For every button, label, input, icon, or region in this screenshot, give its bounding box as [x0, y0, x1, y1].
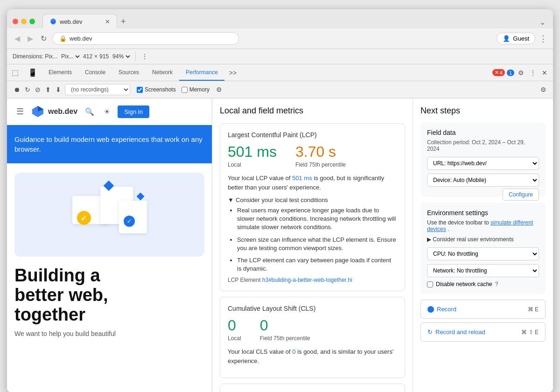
perf-checkboxes: Screenshots Memory ⚙ — [137, 85, 223, 94]
separator — [135, 52, 136, 61]
tab-performance[interactable]: Performance — [179, 65, 224, 81]
tab-elements[interactable]: Elements — [42, 65, 78, 81]
reload-record-icon: ↻ — [427, 329, 433, 336]
site-menu-icon[interactable]: ☰ — [14, 105, 26, 118]
record-dot-icon — [427, 306, 434, 313]
illus-diamond-2 — [136, 193, 144, 201]
lcp-values: 501 ms Local 3.70 s Field 75th percentil… — [228, 143, 397, 168]
dimensions-width: 412 — [83, 53, 92, 60]
network-select[interactable]: Network: No throttling — [427, 264, 539, 277]
lcp-element-link[interactable]: h3#building-a-better-web-together.hi — [262, 277, 352, 283]
clear-button[interactable]: ⊘ — [34, 85, 42, 94]
consider-arrow: ▼ — [228, 196, 234, 203]
guest-label: Guest — [513, 35, 529, 42]
cls-field-block: 0 Field 75th percentile — [260, 317, 310, 342]
tab-expand-icon[interactable]: ⌄ — [538, 16, 547, 28]
back-button[interactable]: ◀ — [13, 33, 22, 44]
maximize-button[interactable] — [29, 19, 35, 24]
device-field: Device: Auto (Mobile) — [427, 174, 539, 187]
lcp-field-block: 3.70 s Field 75th percentile — [295, 143, 346, 168]
cls-highlight: 0 — [292, 348, 295, 355]
help-icon: ? — [495, 281, 498, 287]
devtools-close-button[interactable]: ✕ — [540, 68, 549, 77]
address-bar[interactable]: 🔒 web.dev — [52, 32, 239, 45]
illustration-shapes: ✓ ✓ — [63, 177, 156, 252]
record-reload-shortcut: ⌘ ⇧ E — [521, 329, 539, 336]
url-select[interactable]: URL: https://web.dev/ — [427, 157, 539, 170]
site-logo-text: web.dev — [48, 107, 77, 116]
reload-button[interactable]: ↻ — [39, 33, 49, 44]
cls-description: Your local CLS value of 0 is good, and i… — [228, 347, 397, 365]
close-button[interactable] — [13, 19, 18, 24]
address-scheme-icon: 🔒 — [59, 35, 67, 42]
dimensions-height: 915 — [99, 53, 109, 60]
screenshots-checkbox[interactable] — [137, 87, 143, 93]
dimensions-label: Dimensions: Pix... — [13, 53, 57, 60]
configure-button[interactable]: Configure — [503, 189, 539, 201]
site-logo-icon — [31, 105, 44, 118]
download-button[interactable]: ⬇ — [55, 85, 62, 94]
guest-button[interactable]: 👤 Guest — [497, 33, 535, 44]
site-illustration: ✓ ✓ — [14, 173, 204, 257]
consider-title[interactable]: ▼ Consider your local test conditions — [228, 196, 397, 203]
tab-console[interactable]: Console — [78, 65, 112, 81]
navigation-bar: ◀ ▶ ↻ 🔒 web.dev 👤 Guest ⋮ — [7, 28, 553, 49]
perf-settings-icon[interactable]: ⚙ — [215, 85, 223, 94]
active-tab[interactable]: web.dev ✕ — [42, 14, 117, 28]
device-toolbar-button[interactable]: 📱 — [23, 64, 42, 81]
field-data-title: Field data — [427, 129, 539, 136]
consider-env-toggle[interactable]: ▶ Consider real user environments — [427, 236, 539, 243]
new-tab-button[interactable]: + — [117, 15, 130, 28]
menu-button[interactable]: ⋮ — [539, 34, 547, 44]
memory-checkbox-label[interactable]: Memory — [182, 86, 210, 93]
devtools-settings-button[interactable]: ⚙ — [516, 68, 526, 77]
zoom-select[interactable]: 94% — [111, 53, 132, 60]
device-select[interactable]: Device: Auto (Mobile) — [427, 174, 539, 187]
record-circle-button[interactable]: ⏺ — [13, 85, 21, 94]
consider-list: Real users may experience longer page lo… — [228, 206, 397, 273]
record-btn-left: Record — [427, 306, 456, 313]
nextsteps-panel: Next steps Field data Collection period:… — [413, 98, 553, 392]
record-button[interactable]: Record ⌘ E — [420, 300, 546, 319]
cls-field-value: 0 — [260, 317, 310, 334]
hero-banner: Guidance to build modern web experiences… — [7, 125, 212, 163]
site-logo: web.dev — [31, 105, 77, 118]
forward-button[interactable]: ▶ — [26, 33, 35, 44]
site-search-icon[interactable]: 🔍 — [83, 106, 96, 117]
env-settings-desc: Use the device toolbar to simulate diffe… — [427, 219, 539, 232]
tab-close-icon[interactable]: ✕ — [105, 18, 110, 25]
sign-in-button[interactable]: Sign in — [118, 105, 149, 118]
tab-network[interactable]: Network — [146, 65, 179, 81]
lcp-consider-section: ▼ Consider your local test conditions Re… — [228, 196, 397, 273]
lcp-field-label: Field 75th percentile — [295, 161, 346, 168]
cpu-field: CPU: No throttling — [427, 247, 539, 260]
more-options-button[interactable]: ⋮ — [140, 52, 150, 61]
cls-local-value: 0 — [228, 317, 241, 334]
nextsteps-title: Next steps — [420, 106, 546, 116]
lcp-local-block: 501 ms Local — [228, 143, 277, 168]
url-field: URL: https://web.dev/ — [427, 157, 539, 170]
lcp-card: Largest Contentful Paint (LCP) 501 ms Lo… — [220, 123, 405, 291]
devtools-tab-actions: ✕ 4 1 ⚙ ⋮ ✕ — [489, 68, 553, 77]
inspect-element-button[interactable]: ⬚ — [7, 64, 23, 81]
cpu-select[interactable]: CPU: No throttling — [427, 247, 539, 260]
minimize-button[interactable] — [21, 19, 27, 24]
recordings-select[interactable]: (no recordings) — [65, 84, 130, 95]
tab-sources[interactable]: Sources — [112, 65, 146, 81]
tab-title: web.dev — [60, 18, 82, 25]
title-bar: web.dev ✕ + ⌄ — [7, 9, 553, 28]
site-theme-icon[interactable]: ☀ — [102, 106, 112, 117]
capture-settings-button[interactable]: ⚙ — [539, 85, 547, 94]
reload-record-button[interactable]: ↻ — [24, 85, 31, 94]
upload-button[interactable]: ⬆ — [44, 85, 52, 94]
more-tabs-button[interactable]: >> — [224, 65, 241, 81]
address-text: web.dev — [70, 35, 92, 42]
dimensions-select[interactable]: Pix... — [59, 53, 81, 60]
record-reload-button[interactable]: ↻ Record and reload ⌘ ⇧ E — [420, 322, 546, 342]
devtools-more-button[interactable]: ⋮ — [528, 68, 538, 77]
disable-cache-checkbox[interactable] — [427, 281, 433, 287]
memory-checkbox[interactable] — [182, 87, 188, 93]
screenshots-checkbox-label[interactable]: Screenshots — [137, 86, 176, 93]
lcp-element: LCP Element h3#building-a-better-web-tog… — [228, 277, 397, 283]
dimensions-cross: × — [94, 53, 98, 60]
